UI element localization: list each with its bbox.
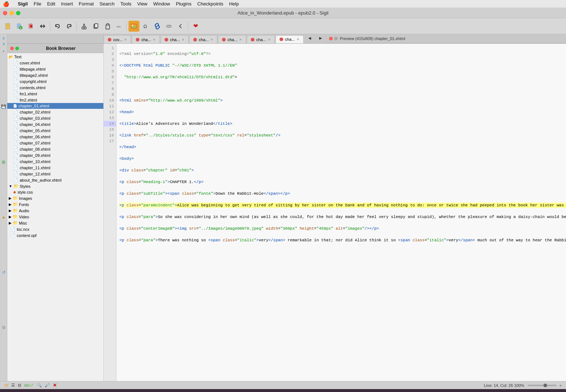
special-char-button[interactable]: Ω [140,21,151,32]
maximize-button[interactable] [16,11,20,15]
new-button[interactable] [2,21,13,32]
tab-cha4[interactable]: cha... ✕ [218,35,246,43]
heart-button[interactable]: ❤ [190,21,201,32]
back-button[interactable] [175,21,186,32]
delete-button[interactable] [25,21,36,32]
chain-link-button[interactable] [163,21,174,32]
tab-cha3[interactable]: cha... ✕ [189,35,217,43]
menu-window[interactable]: Window [153,1,170,7]
move-button[interactable] [37,21,48,32]
code-editor[interactable]: 1 2 3 4 5 6 7 8 9 10 11 12 13 [104,44,566,381]
x-icon[interactable]: ✕ [53,383,57,388]
tab-prev-button[interactable]: ◀ [304,34,315,43]
tree-file-chapter02[interactable]: 📄 chapter_02.xhtml [7,109,103,115]
menu-plugins[interactable]: Plugins [176,1,191,7]
zoom-thumb[interactable] [543,384,547,387]
preview-dot-2[interactable] [334,37,338,40]
minimize-button[interactable] [9,11,14,15]
tree-file-content-opf[interactable]: 📄 content.opf [7,232,103,238]
tab-close-cha3[interactable]: ✕ [210,38,213,41]
tab-close-cha1[interactable]: ✕ [153,38,156,41]
lnav-2[interactable]: 3 [0,41,7,47]
tab-close-cov[interactable]: ✕ [124,38,127,41]
tree-file-chapter10[interactable]: 📄 chapter_10.xhtml [7,158,103,165]
add-button[interactable]: + [14,21,25,32]
code-content[interactable]: <?xml version="1.0" encoding="utf-8"?> <… [116,44,566,381]
zoom-plus[interactable]: + [559,383,562,388]
tree-misc-folder[interactable]: ▶ 📁 Misc [7,220,103,226]
close-button[interactable] [3,11,7,15]
menu-edit[interactable]: Edit [47,1,55,7]
menu-file[interactable]: File [33,1,41,7]
lnav-up-arrow[interactable]: ▲ [0,214,7,219]
tree-audio-folder[interactable]: ▶ 📁 Audio [7,207,103,214]
tab-close-cha4[interactable]: ✕ [239,38,242,41]
tree-file-titlepage[interactable]: 📄 titlepage.xhtml [7,66,103,72]
tree-file-chapter12[interactable]: 📄 chapter_12.xhtml [7,171,103,177]
tree-file-chapter01[interactable]: 📄 chapter_01.xhtml [7,103,103,109]
preview-close-dot[interactable] [329,37,333,40]
tree-file-chapter11[interactable]: 📄 chapter_11.xhtml [7,165,103,171]
apple-menu[interactable]: 🍎 [3,1,9,7]
tree-video-folder[interactable]: ▶ 📁 Video [7,214,103,220]
tree-file-chapter08[interactable]: 📄 chapter_08.xhtml [7,146,103,152]
tree-file-chapter03[interactable]: 📄 chapter_03.xhtml [7,115,103,121]
menu-view[interactable]: View [137,1,147,7]
tab-cha6[interactable]: cha... ✕ [276,35,304,43]
tab-cov[interactable]: cov... ✕ [104,35,131,43]
lnav-save[interactable]: 💾 [0,104,7,109]
tab-cha5[interactable]: cha... ✕ [247,35,275,43]
tab-cha1[interactable]: cha... ✕ [132,35,160,43]
tree-file-about[interactable]: 📄 about_the_author.xhtml [7,177,103,183]
mailchimp-icon[interactable]: ✉ [4,383,8,388]
menu-help[interactable]: Help [229,1,239,7]
zoom-in-icon[interactable]: 🔎 [45,383,50,388]
menu-insert[interactable]: Insert [61,1,73,7]
lnav-add-circle[interactable]: ⊕ [0,159,7,165]
lnav-refresh[interactable]: ↺ [0,270,7,275]
lnav-gear[interactable]: ⚙ [0,325,7,330]
menu-search[interactable]: Search [100,1,115,7]
tab-next-button[interactable]: ▶ [315,34,326,43]
tab-cha2[interactable]: cha... ✕ [161,35,189,43]
tree-file-toc[interactable]: 📄 toc.ncx [7,226,103,232]
tree-file-chapter09[interactable]: 📄 chapter_09.xhtml [7,152,103,158]
spellcheck-icon[interactable]: abc✓ [24,383,34,388]
tree-file-style[interactable]: ✱ style.css [7,189,103,195]
tree-file-titlepage2[interactable]: 📄 titlepage2.xhtml [7,72,103,78]
image-button[interactable] [128,21,139,32]
list-icon[interactable]: ☰ [11,383,15,388]
tree-file-cover[interactable]: 📄 cover.xhtml [7,60,103,66]
zoom-slider[interactable] [527,385,557,386]
menu-format[interactable]: Format [79,1,94,7]
cut-button[interactable] [79,21,90,32]
tree-images-folder[interactable]: ▶ 📁 Images [7,195,103,201]
tree-file-chapter05[interactable]: 📄 chapter_05.xhtml [7,127,103,134]
tab-close-cha2[interactable]: ✕ [182,38,185,41]
tree-fonts-folder[interactable]: ▶ 📁 Fonts [7,201,103,207]
tab-close-cha5[interactable]: ✕ [268,38,271,41]
browser-close-dot[interactable] [10,47,14,50]
tree-text-folder[interactable]: 📂 Text [7,54,103,60]
link-button[interactable] [152,21,163,32]
browser-max-dot[interactable] [15,47,19,50]
menu-sigil[interactable]: Sigil [18,1,28,7]
undo-button[interactable] [52,21,63,32]
tree-file-chapter06[interactable]: 📄 chapter_06.xhtml [7,134,103,140]
copy-button[interactable] [90,21,101,32]
menu-tools[interactable]: Tools [120,1,131,7]
menu-checkpoints[interactable]: Checkpoints [197,1,223,7]
tree-styles-folder[interactable]: ▼ 📁 Styles [7,183,103,189]
search-icon[interactable]: 🔍 [37,383,42,388]
tree-file-chapter04[interactable]: 📄 chapter_04.xhtml [7,121,103,127]
tree-file-fm1[interactable]: 📄 fm1.xhtml [7,91,103,97]
paste-button[interactable] [102,21,113,32]
tree-file-copyright[interactable]: 📄 copyright.xhtml [7,78,103,84]
tree-file-contents[interactable]: 📄 contents.xhtml [7,84,103,91]
lnav-arrow-down[interactable]: ▼ [0,49,7,54]
tree-file-fm2[interactable]: 📄 fm2.xhtml [7,97,103,103]
html-button[interactable]: </> [114,21,124,32]
tree-file-chapter07[interactable]: 📄 chapter_07.xhtml [7,140,103,146]
lnav-1[interactable]: 2 [0,36,7,41]
tab-close-cha6[interactable]: ✕ [297,37,300,41]
